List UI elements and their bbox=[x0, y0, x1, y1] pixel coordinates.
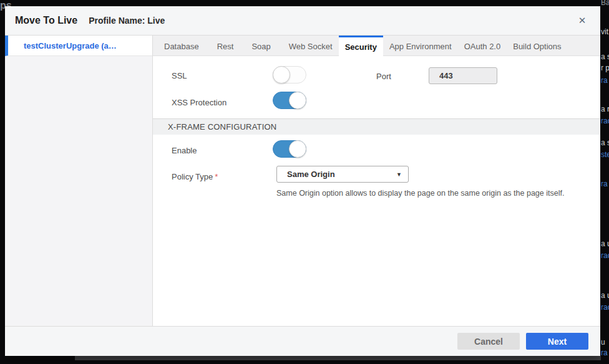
tab-soap[interactable]: Soap bbox=[245, 36, 276, 55]
background-text-fragment: rac bbox=[601, 251, 609, 260]
ssl-label: SSL bbox=[172, 71, 187, 80]
required-asterisk: * bbox=[215, 172, 218, 181]
settings-pane: Database Rest Soap Web Socket Security A… bbox=[153, 36, 600, 326]
sidebar-item-label: testClusterUpgrade (a… bbox=[24, 41, 117, 50]
policy-type-value: Same Origin bbox=[287, 170, 335, 179]
dialog-body: testClusterUpgrade (a… Database Rest Soa… bbox=[5, 36, 600, 326]
background-text-fragment: a s bbox=[601, 52, 609, 61]
port-field[interactable] bbox=[429, 67, 497, 84]
tab-database[interactable]: Database bbox=[158, 36, 205, 55]
background-text-fragment: u bbox=[601, 338, 605, 347]
security-tab-content: SSL Port XSS Protection X-FRAME CONFIGUR… bbox=[153, 56, 600, 326]
xframe-enable-toggle[interactable] bbox=[273, 140, 306, 158]
tab-oauth2[interactable]: OAuth 2.0 bbox=[458, 36, 507, 55]
background-text-fragment: a s bbox=[601, 138, 609, 147]
toggle-knob bbox=[273, 66, 290, 84]
xframe-section-title: X-FRAME CONFIGURATION bbox=[168, 122, 276, 132]
tab-build-options[interactable]: Build Options bbox=[507, 36, 567, 55]
background-text-fragment: rac bbox=[601, 303, 609, 312]
background-text-fragment: a u bbox=[601, 239, 609, 248]
dialog-title: Move To Live bbox=[15, 15, 77, 26]
next-button[interactable]: Next bbox=[526, 333, 588, 350]
ssl-toggle[interactable] bbox=[273, 66, 306, 84]
background-page-fragments: Bacvita sr praa reraca ssteraa uraca ura… bbox=[600, 0, 609, 364]
background-text-fragment: ste bbox=[601, 150, 609, 159]
background-text-fragment: ra bbox=[601, 180, 608, 188]
policy-type-label: Policy Type* bbox=[172, 172, 218, 181]
toggle-knob bbox=[289, 140, 306, 158]
background-text-fragment: vit bbox=[601, 27, 608, 36]
policy-type-select[interactable]: Same Origin ▼ bbox=[276, 166, 409, 183]
xss-protection-label: XSS Protection bbox=[172, 98, 227, 107]
background-text-fragment: ra bbox=[601, 348, 608, 357]
dialog-header: Move To Live Profile Name: Live ✕ bbox=[5, 6, 600, 36]
move-to-live-dialog: Move To Live Profile Name: Live ✕ testCl… bbox=[5, 6, 600, 356]
background-text-fragment: r p bbox=[601, 64, 609, 72]
toggle-knob bbox=[289, 92, 306, 109]
tab-app-environment[interactable]: App Environment bbox=[383, 36, 458, 55]
background-text-fragment: ra bbox=[601, 76, 608, 85]
policy-help-text: Same Origin option allows to display the… bbox=[276, 189, 564, 198]
tab-rest[interactable]: Rest bbox=[211, 36, 240, 55]
cancel-button[interactable]: Cancel bbox=[457, 333, 520, 350]
app-list-sidebar: testClusterUpgrade (a… bbox=[5, 36, 153, 326]
sidebar-item-test-cluster-upgrade[interactable]: testClusterUpgrade (a… bbox=[5, 36, 152, 56]
tab-security[interactable]: Security bbox=[339, 36, 383, 56]
close-icon[interactable]: ✕ bbox=[574, 12, 590, 29]
profile-name-label: Profile Name: Live bbox=[89, 16, 165, 26]
background-text-fragment: a u bbox=[601, 291, 609, 300]
background-strip bbox=[75, 356, 601, 360]
settings-tabbar: Database Rest Soap Web Socket Security A… bbox=[153, 36, 600, 56]
dialog-footer: Cancel Next bbox=[5, 326, 600, 356]
tab-web-socket[interactable]: Web Socket bbox=[283, 36, 339, 55]
background-text-fragment: Bac bbox=[601, 0, 609, 7]
background-text-fragment: a re bbox=[601, 105, 609, 113]
xss-protection-toggle[interactable] bbox=[273, 92, 306, 109]
background-text-fragment: rac bbox=[601, 117, 609, 125]
xframe-enable-label: Enable bbox=[172, 146, 197, 155]
port-label: Port bbox=[376, 72, 391, 81]
chevron-down-icon: ▼ bbox=[396, 171, 402, 178]
xframe-section-header: X-FRAME CONFIGURATION bbox=[153, 118, 600, 135]
